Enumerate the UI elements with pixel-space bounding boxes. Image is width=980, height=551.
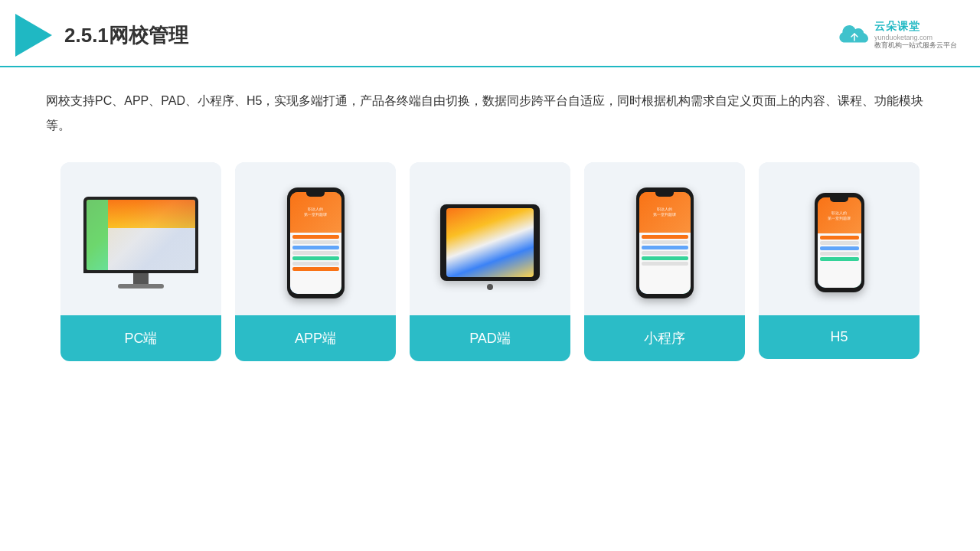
miniprogram-phone-notch <box>655 192 674 197</box>
mini-bar-1 <box>292 235 339 239</box>
h5-preview: 职达人的第一堂判题课 <box>759 162 920 315</box>
mini-bar-3 <box>292 246 339 249</box>
h5-bar-1 <box>820 236 859 240</box>
pad-label: PAD端 <box>410 315 570 361</box>
mini-bar-7 <box>292 267 339 271</box>
brand-name: 云朵课堂 <box>874 20 920 34</box>
h5-screen-bottom <box>818 233 861 288</box>
miniprogram-label: 小程序 <box>584 315 745 361</box>
h5-phone-outer: 职达人的第一堂判题课 <box>815 193 864 292</box>
mini-bar-4 <box>292 251 339 255</box>
card-pc: PC端 <box>60 162 221 361</box>
tablet-screen <box>446 208 534 277</box>
tablet-mockup <box>440 204 540 281</box>
pc-base <box>118 284 164 289</box>
card-miniprogram: 职达人的第一堂判题课 <box>584 162 745 361</box>
mp-bar-4 <box>642 251 688 255</box>
h5-bar-4 <box>820 252 859 256</box>
page-title: 2.5.1网校管理 <box>64 22 188 49</box>
tablet-home-button <box>487 284 493 290</box>
h5-phone-mockup: 职达人的第一堂判题课 <box>815 193 864 292</box>
tablet-outer <box>440 204 540 281</box>
mp-bar-6 <box>642 262 688 266</box>
page-header: 2.5.1网校管理 云朵课堂 yunduoketang.com 教育机构一站式服… <box>0 0 980 67</box>
phone-outer: 职达人的第一堂判题课 <box>287 187 345 298</box>
mp-bar-2 <box>642 240 688 244</box>
mp-bar-5 <box>642 256 688 260</box>
device-cards-section: PC端 职达人的第一堂判题课 <box>46 162 934 361</box>
mini-bar-5 <box>292 256 339 260</box>
miniprogram-preview: 职达人的第一堂判题课 <box>584 162 745 315</box>
brand-logo: 云朵课堂 yunduoketang.com 教育机构一站式服务云平台 <box>838 20 957 51</box>
cloud-icon <box>838 24 870 47</box>
phone-notch <box>306 192 325 197</box>
miniprogram-screen-content: 职达人的第一堂判题课 <box>639 192 691 294</box>
brand-url: yunduoketang.com <box>874 34 933 41</box>
pad-preview <box>410 162 570 315</box>
h5-bar-3 <box>820 246 859 250</box>
miniprogram-phone-mockup: 职达人的第一堂判题课 <box>636 187 694 298</box>
h5-screen-content: 职达人的第一堂判题课 <box>818 197 861 288</box>
card-pad: PAD端 <box>410 162 570 361</box>
phone-screen-content: 职达人的第一堂判题课 <box>290 192 341 294</box>
brand-text: 云朵课堂 yunduoketang.com 教育机构一站式服务云平台 <box>874 20 957 51</box>
h5-bar-5 <box>820 257 859 261</box>
miniprogram-phone-outer: 职达人的第一堂判题课 <box>636 187 694 298</box>
pc-screen-inner <box>87 200 195 270</box>
description-text: 网校支持PC、APP、PAD、小程序、H5，实现多端打通，产品各终端自由切换，数… <box>46 89 934 138</box>
pc-label: PC端 <box>60 315 221 361</box>
app-label: APP端 <box>235 315 396 361</box>
mini-bar-6 <box>292 262 339 266</box>
card-app: 职达人的第一堂判题课 <box>235 162 396 361</box>
main-content: 网校支持PC、APP、PAD、小程序、H5，实现多端打通，产品各终端自由切换，数… <box>0 67 980 377</box>
pc-stand <box>133 273 149 284</box>
pc-mockup <box>83 197 198 289</box>
mini-bar-2 <box>292 240 339 244</box>
brand-triangle-icon <box>15 14 52 57</box>
phone-screen-top: 职达人的第一堂判题课 <box>290 192 341 233</box>
phone-screen: 职达人的第一堂判题课 <box>290 192 341 294</box>
pc-preview <box>60 162 221 315</box>
mp-bar-3 <box>642 246 688 249</box>
h5-phone-notch <box>830 197 848 202</box>
h5-phone-screen: 职达人的第一堂判题课 <box>818 197 861 288</box>
miniprogram-screen-bottom <box>639 233 691 294</box>
brand-slogan: 教育机构一站式服务云平台 <box>874 41 957 51</box>
phone-mockup: 职达人的第一堂判题课 <box>287 187 345 298</box>
h5-label: H5 <box>759 315 920 359</box>
mp-bar-1 <box>642 235 688 239</box>
miniprogram-screen-top: 职达人的第一堂判题课 <box>639 192 691 233</box>
header-right: 云朵课堂 yunduoketang.com 教育机构一站式服务云平台 <box>838 20 957 51</box>
app-preview: 职达人的第一堂判题课 <box>235 162 396 315</box>
card-h5: 职达人的第一堂判题课 <box>759 162 920 359</box>
pc-screen-outer <box>83 197 198 273</box>
header-left: 2.5.1网校管理 <box>15 14 188 57</box>
phone-screen-bottom <box>290 233 341 294</box>
h5-screen-top: 职达人的第一堂判题课 <box>818 197 861 233</box>
miniprogram-phone-screen: 职达人的第一堂判题课 <box>639 192 691 294</box>
h5-bar-2 <box>820 241 859 245</box>
